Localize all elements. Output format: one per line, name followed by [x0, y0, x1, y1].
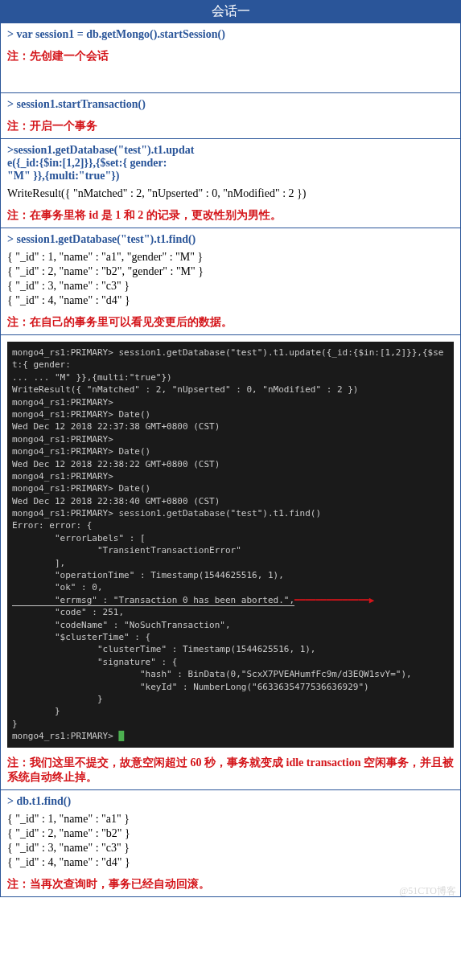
- block-1: > var session1 = db.getMongo().startSess…: [1, 23, 461, 93]
- watermark-text: @51CTO博客: [399, 884, 456, 897]
- command-line: > db.t1.find(): [7, 795, 454, 808]
- block-3: >session1.getDatabase("test").t1.updat e…: [1, 139, 461, 228]
- block-2: > session1.startTransaction() 注：开启一个事务: [1, 93, 461, 139]
- result-text: WriteResult({ "nMatched" : 2, "nUpserted…: [7, 187, 454, 200]
- command-line: > session1.startTransaction(): [7, 98, 454, 111]
- table-header: 会话一: [1, 1, 461, 23]
- note-text: 注：我们这里不提交，故意空闲超过 60 秒，事务就变成 idle transac…: [7, 756, 454, 785]
- block-6: > db.t1.find() { "_id" : 1, "name" : "a1…: [1, 789, 461, 896]
- note-text: 注：当再次查询时，事务已经自动回滚。: [7, 877, 454, 892]
- block-5: mongo4_rs1:PRIMARY> session1.getDatabase…: [1, 335, 461, 790]
- session-table: 会话一 > var session1 = db.getMongo().start…: [0, 0, 461, 897]
- block-4: > session1.getDatabase("test").t1.find()…: [1, 228, 461, 335]
- note-text: 注：开启一个事务: [7, 119, 454, 133]
- note-text: 注：先创建一个会话: [7, 49, 454, 64]
- note-text: 注：在自己的事务里可以看见变更后的数据。: [7, 315, 454, 330]
- result-text: { "_id" : 1, "name" : "a1" } { "_id" : 2…: [7, 813, 454, 869]
- command-line: >session1.getDatabase("test").t1.updat e…: [7, 144, 454, 182]
- result-text: { "_id" : 1, "name" : "a1", "gender" : "…: [7, 251, 454, 307]
- terminal-output: mongo4_rs1:PRIMARY> session1.getDatabase…: [7, 342, 454, 748]
- command-line: > var session1 = db.getMongo().startSess…: [7, 28, 454, 41]
- note-text: 注：在事务里将 id 是 1 和 2 的记录，更改性别为男性。: [7, 208, 454, 223]
- command-line: > session1.getDatabase("test").t1.find(): [7, 233, 454, 246]
